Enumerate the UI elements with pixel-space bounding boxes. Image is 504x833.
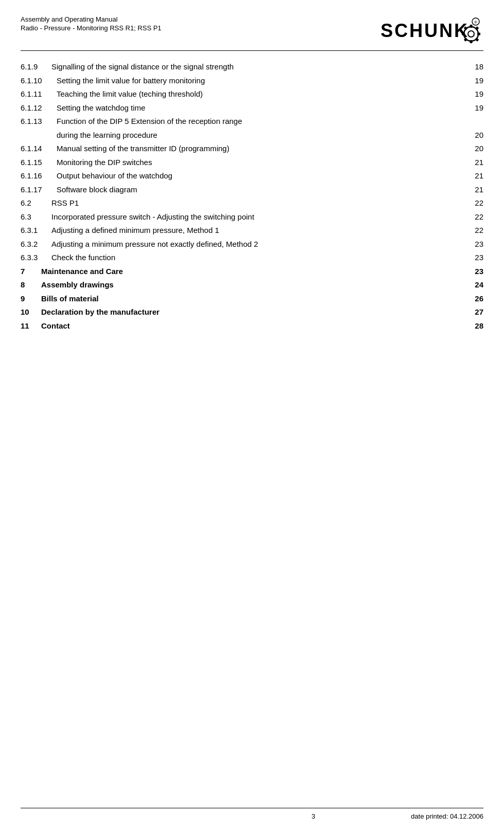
header-title-sub: Radio - Pressure - Monitoring RSS R1; RS… <box>21 24 161 32</box>
toc-text: Setting the watchdog time <box>57 102 468 114</box>
toc-page: 23 <box>468 252 483 264</box>
toc-number: 11 <box>21 320 41 332</box>
toc-number: 7 <box>21 266 41 278</box>
toc-number: 6.1.17 <box>21 184 57 196</box>
toc-number: 9 <box>21 293 41 305</box>
toc-number: 6.3.1 <box>21 225 51 237</box>
toc-page: 19 <box>468 102 483 114</box>
toc-number: 6.1.15 <box>21 157 57 169</box>
header-left: Assembly and Operating Manual Radio - Pr… <box>21 15 161 32</box>
toc-page: 27 <box>468 306 483 318</box>
toc-text: Software block diagram <box>57 184 468 196</box>
toc-row: 8Assembly drawings24 <box>21 279 483 291</box>
toc-number: 6.3.2 <box>21 239 51 250</box>
svg-rect-7 <box>462 33 465 35</box>
toc-page: 23 <box>468 239 483 250</box>
toc-row: 6.1.15Monitoring the DIP switches21 <box>21 157 483 169</box>
toc-number: 6.1.10 <box>21 75 57 87</box>
toc-row: 6.1.11Teaching the limit value (teching … <box>21 88 483 100</box>
toc-page: 18 <box>468 61 483 73</box>
toc-row: 6.1.9Signalling of the signal distance o… <box>21 61 483 73</box>
toc-number: 6.3 <box>21 211 51 223</box>
toc-page: 24 <box>468 279 483 291</box>
toc-text: Function of the DIP 5 Extension of the r… <box>57 116 468 128</box>
toc-text: Check the function <box>51 252 468 264</box>
svg-rect-10 <box>475 26 479 30</box>
toc-number: 6.1.11 <box>21 88 57 100</box>
svg-text:SCHUNK: SCHUNK <box>381 20 469 41</box>
toc-number: 10 <box>21 306 41 318</box>
toc-text: Adjusting a minimum pressure not exactly… <box>51 239 468 250</box>
header: Assembly and Operating Manual Radio - Pr… <box>21 15 483 46</box>
toc-row: 6.3.2Adjusting a minimum pressure not ex… <box>21 239 483 250</box>
svg-rect-8 <box>477 33 480 35</box>
toc-text: Manual setting of the transmitter ID (pr… <box>57 143 468 155</box>
toc-page: 21 <box>468 157 483 169</box>
toc-text: Maintenance and Care <box>41 266 468 278</box>
header-divider <box>21 50 483 51</box>
svg-text:®: ® <box>474 20 477 25</box>
toc-page: 21 <box>468 170 483 182</box>
toc-number: 6.1.12 <box>21 102 57 114</box>
toc-text: Incorporated pressure switch - Adjusting… <box>51 211 468 223</box>
toc-page: 22 <box>468 211 483 223</box>
toc-number: 8 <box>21 279 41 291</box>
toc-text: RSS P1 <box>51 197 468 209</box>
toc-page: 20 <box>468 130 483 141</box>
toc-page: 19 <box>468 75 483 87</box>
toc-number: 6.1.14 <box>21 143 57 155</box>
toc-text: during the learning procedure <box>57 130 468 141</box>
toc-row: 6.1.10Setting the limit value for batter… <box>21 75 483 87</box>
toc-text: Teaching the limit value (teching thresh… <box>57 88 468 100</box>
toc-page: 23 <box>468 266 483 278</box>
toc-row: 6.3.3Check the function23 <box>21 252 483 264</box>
toc-text: Setting the limit value for battery moni… <box>57 75 468 87</box>
toc-row: 10Declaration by the manufacturer27 <box>21 306 483 318</box>
toc-row: 6.3.1Adjusting a defined minimum pressur… <box>21 225 483 237</box>
toc-number: 6.2 <box>21 197 51 209</box>
toc-number: 6.1.9 <box>21 61 51 73</box>
toc-row: during the learning procedure20 <box>21 130 483 141</box>
toc-text: Monitoring the DIP switches <box>57 157 468 169</box>
toc-page: 21 <box>468 184 483 196</box>
footer: 3 date printed: 04.12.2006 <box>21 808 483 820</box>
toc-text: Declaration by the manufacturer <box>41 306 468 318</box>
footer-page-number: 3 <box>216 812 411 820</box>
toc-row: 6.1.13Function of the DIP 5 Extension of… <box>21 116 483 128</box>
logo-container: SCHUNK ® <box>381 15 483 46</box>
svg-rect-6 <box>470 40 473 43</box>
toc-row: 6.1.16Output behaviour of the watchdog21 <box>21 170 483 182</box>
toc-row: 6.3Incorporated pressure switch - Adjust… <box>21 211 483 223</box>
toc-text: Adjusting a defined minimum pressure, Me… <box>51 225 468 237</box>
toc-row: 9Bills of material26 <box>21 293 483 305</box>
toc-page: 19 <box>468 88 483 100</box>
toc-text: Bills of material <box>41 293 468 305</box>
toc-text: Contact <box>41 320 468 332</box>
toc-page: 22 <box>468 225 483 237</box>
toc-text: Output behaviour of the watchdog <box>57 170 468 182</box>
footer-date: date printed: 04.12.2006 <box>411 812 483 820</box>
toc-row: 6.1.14Manual setting of the transmitter … <box>21 143 483 155</box>
toc-text: Signalling of the signal distance or the… <box>51 61 468 73</box>
toc-page: 20 <box>468 143 483 155</box>
schunk-logo: SCHUNK ® <box>381 15 483 46</box>
toc-row: 7Maintenance and Care23 <box>21 266 483 278</box>
toc-row: 6.2RSS P122 <box>21 197 483 209</box>
toc-page: 26 <box>468 293 483 305</box>
toc-number: 6.3.3 <box>21 252 51 264</box>
toc-text: Assembly drawings <box>41 279 468 291</box>
svg-rect-5 <box>470 25 473 28</box>
svg-rect-12 <box>475 38 479 42</box>
header-title-main: Assembly and Operating Manual <box>21 15 161 23</box>
toc-container: 6.1.9Signalling of the signal distance o… <box>21 61 483 332</box>
toc-page: 28 <box>468 320 483 332</box>
toc-row: 11Contact28 <box>21 320 483 332</box>
page-wrapper: Assembly and Operating Manual Radio - Pr… <box>0 0 504 833</box>
toc-page: 22 <box>468 197 483 209</box>
toc-number: 6.1.13 <box>21 116 57 128</box>
toc-row: 6.1.17Software block diagram21 <box>21 184 483 196</box>
toc-row: 6.1.12Setting the watchdog time19 <box>21 102 483 114</box>
toc-number: 6.1.16 <box>21 170 57 182</box>
